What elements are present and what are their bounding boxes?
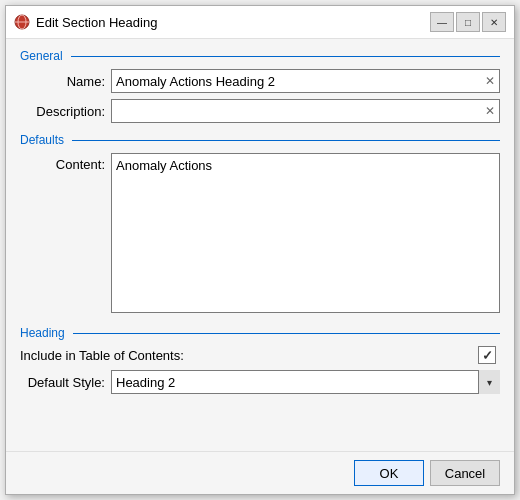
close-button[interactable]: ✕ — [482, 12, 506, 32]
maximize-button[interactable]: □ — [456, 12, 480, 32]
edit-section-heading-dialog: Edit Section Heading — □ ✕ General Name:… — [5, 5, 515, 495]
default-style-row: Default Style: Heading 1 Heading 2 Headi… — [20, 370, 500, 394]
title-bar: Edit Section Heading — □ ✕ — [6, 6, 514, 39]
default-style-select[interactable]: Heading 1 Heading 2 Heading 3 Heading 4 … — [111, 370, 500, 394]
cancel-button[interactable]: Cancel — [430, 460, 500, 486]
app-icon — [14, 14, 30, 30]
include-toc-checkbox[interactable] — [478, 346, 496, 364]
default-style-label: Default Style: — [20, 375, 105, 390]
include-toc-row: Include in Table of Contents: — [20, 346, 500, 364]
ok-button[interactable]: OK — [354, 460, 424, 486]
content-textarea[interactable]: Anomaly Actions — [111, 153, 500, 313]
defaults-section: Defaults Content: Anomaly Actions — [20, 133, 500, 316]
name-input[interactable] — [111, 69, 500, 93]
minimize-button[interactable]: — — [430, 12, 454, 32]
default-style-select-wrap: Heading 1 Heading 2 Heading 3 Heading 4 … — [111, 370, 500, 394]
content-label: Content: — [20, 153, 105, 172]
content-row: Content: Anomaly Actions — [20, 153, 500, 316]
dialog-footer: OK Cancel — [6, 451, 514, 494]
description-label: Description: — [20, 104, 105, 119]
include-toc-label: Include in Table of Contents: — [20, 348, 478, 363]
description-row: Description: ✕ — [20, 99, 500, 123]
content-textarea-wrap: Anomaly Actions — [111, 153, 500, 316]
name-label: Name: — [20, 74, 105, 89]
description-input-wrap: ✕ — [111, 99, 500, 123]
dialog-title: Edit Section Heading — [36, 15, 430, 30]
name-clear-button[interactable]: ✕ — [483, 73, 497, 89]
description-clear-button[interactable]: ✕ — [483, 103, 497, 119]
description-input[interactable] — [111, 99, 500, 123]
dialog-content: General Name: ✕ Description: ✕ Defaults — [6, 39, 514, 451]
name-row: Name: ✕ — [20, 69, 500, 93]
general-section: General Name: ✕ Description: ✕ — [20, 49, 500, 123]
heading-section: Heading Include in Table of Contents: De… — [20, 326, 500, 394]
name-input-wrap: ✕ — [111, 69, 500, 93]
general-section-label: General — [20, 49, 500, 63]
defaults-section-label: Defaults — [20, 133, 500, 147]
window-controls: — □ ✕ — [430, 12, 506, 32]
heading-section-label: Heading — [20, 326, 500, 340]
